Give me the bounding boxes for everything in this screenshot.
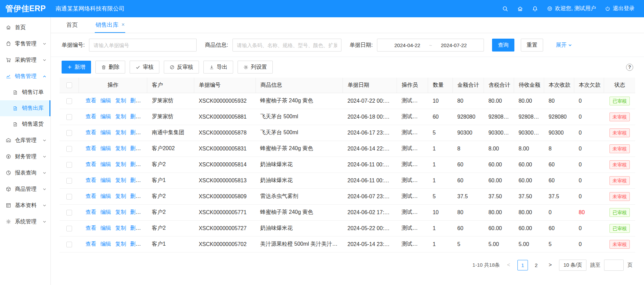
row-action-copy[interactable]: 复制 (115, 241, 126, 247)
column-settings-button[interactable]: 列设置 (238, 61, 273, 74)
chevron-down-icon (43, 187, 46, 191)
row-action-edit[interactable]: 编辑 (101, 177, 111, 183)
product-input[interactable] (232, 39, 341, 52)
row-action-view[interactable]: 查看 (86, 225, 96, 231)
sidebar-item-sales-return[interactable]: 销售退货 (0, 116, 50, 132)
row-checkbox[interactable] (66, 242, 72, 247)
row-action-delete[interactable]: 删除 (130, 193, 141, 199)
page-button-2[interactable]: 2 (531, 260, 541, 270)
cell-operator: 测试用户 (397, 141, 428, 157)
row-action-edit[interactable]: 编辑 (101, 161, 111, 167)
row-action-copy[interactable]: 复制 (115, 145, 126, 151)
expand-link[interactable]: 展开 (556, 42, 572, 49)
sidebar-item-sales-outbound[interactable]: 销售出库 (0, 100, 50, 116)
delete-button[interactable]: 删除 (95, 61, 125, 74)
page-size-select[interactable]: 10 条/页 (559, 260, 586, 271)
sidebar-item-sales[interactable]: 销售管理 (0, 68, 50, 84)
sidebar-item-reports[interactable]: 报表查询 (0, 165, 50, 181)
row-action-edit[interactable]: 编辑 (101, 129, 111, 135)
cell-operator: 测试用户 (397, 109, 428, 125)
row-action-delete[interactable]: 删除 (130, 225, 141, 231)
tab-sales-outbound[interactable]: 销售出库× (95, 17, 125, 33)
row-action-edit[interactable]: 编辑 (101, 241, 111, 247)
row-action-view[interactable]: 查看 (86, 193, 96, 199)
row-action-delete[interactable]: 删除 (130, 241, 141, 247)
cell-owed: 80 (574, 204, 604, 220)
order-no-input[interactable] (89, 39, 197, 52)
column-header: 客户 (147, 78, 194, 93)
logout-button[interactable]: 退出登录 (605, 5, 635, 12)
row-checkbox[interactable] (66, 114, 72, 120)
row-action-view[interactable]: 查看 (86, 114, 96, 119)
row-action-edit[interactable]: 编辑 (101, 193, 111, 199)
export-button[interactable]: 导出 (203, 61, 233, 74)
row-action-delete[interactable]: 删除 (130, 161, 141, 167)
row-checkbox[interactable] (66, 210, 72, 216)
home-icon[interactable] (517, 6, 523, 12)
reset-button[interactable]: 重置 (521, 39, 543, 52)
sidebar-item-warehouse[interactable]: 仓库管理 (0, 132, 50, 148)
date-range-picker[interactable]: 2024-04-22 ~ 2024-07-22 (377, 39, 484, 52)
page-button-1[interactable]: 1 (517, 260, 528, 270)
row-action-delete[interactable]: 删除 (130, 129, 141, 135)
prev-page-button[interactable]: < (504, 260, 514, 270)
sidebar-item-system[interactable]: 系统管理 (0, 213, 50, 230)
row-action-edit[interactable]: 编辑 (101, 114, 111, 119)
unaudit-button[interactable]: 反审核 (164, 61, 199, 74)
row-checkbox[interactable] (66, 162, 72, 168)
row-action-view[interactable]: 查看 (86, 145, 96, 151)
row-action-copy[interactable]: 复制 (115, 114, 126, 119)
row-action-view[interactable]: 查看 (86, 209, 96, 215)
next-page-button[interactable]: > (545, 260, 555, 270)
select-all-checkbox[interactable] (66, 82, 72, 88)
row-action-view[interactable]: 查看 (86, 129, 96, 135)
status-badge: 未审核 (609, 176, 630, 185)
sidebar-item-retail[interactable]: 零售管理 (0, 36, 50, 52)
search-icon[interactable] (502, 6, 508, 12)
row-action-delete[interactable]: 删除 (130, 114, 141, 119)
row-checkbox[interactable] (66, 194, 72, 200)
cell-customer: 客户2002 (147, 141, 194, 157)
audit-button[interactable]: 审核 (130, 61, 159, 74)
user-menu[interactable]: 欢迎您, 测试用户 (547, 5, 596, 12)
row-action-delete[interactable]: 删除 (130, 98, 141, 103)
row-action-copy[interactable]: 复制 (115, 177, 126, 183)
search-button[interactable]: 查询 (492, 39, 514, 52)
chevron-down-icon (43, 139, 46, 142)
row-action-view[interactable]: 查看 (86, 98, 96, 103)
row-checkbox[interactable] (66, 146, 72, 152)
help-icon[interactable]: ? (626, 64, 633, 71)
row-action-copy[interactable]: 复制 (115, 209, 126, 215)
bell-icon[interactable] (532, 6, 538, 12)
row-action-view[interactable]: 查看 (86, 177, 96, 183)
add-button[interactable]: 新增 (62, 61, 91, 74)
row-checkbox[interactable] (66, 178, 72, 184)
row-action-delete[interactable]: 删除 (130, 177, 141, 183)
row-action-edit[interactable]: 编辑 (101, 225, 111, 231)
jump-input[interactable] (604, 260, 624, 271)
row-action-edit[interactable]: 编辑 (101, 145, 111, 151)
row-action-view[interactable]: 查看 (86, 241, 96, 247)
sidebar-item-basic-data[interactable]: 基本资料 (0, 197, 50, 213)
row-action-copy[interactable]: 复制 (115, 225, 126, 231)
sidebar-item-products[interactable]: 商品管理 (0, 181, 50, 197)
tab-close-icon[interactable]: × (121, 22, 125, 27)
row-checkbox[interactable] (66, 130, 72, 136)
row-checkbox[interactable] (66, 226, 72, 231)
sidebar-item-home[interactable]: 首页 (0, 19, 50, 36)
sidebar-item-finance[interactable]: 财务管理 (0, 148, 50, 165)
cell-date: 2024-06-18 00:01:00 (343, 109, 397, 125)
row-action-copy[interactable]: 复制 (115, 193, 126, 199)
tab-home[interactable]: 首页 (66, 17, 79, 33)
sidebar-item-purchase[interactable]: 采购管理 (0, 52, 50, 68)
row-action-copy[interactable]: 复制 (115, 98, 126, 103)
row-action-copy[interactable]: 复制 (115, 161, 126, 167)
row-action-delete[interactable]: 删除 (130, 209, 141, 215)
row-action-edit[interactable]: 编辑 (101, 209, 111, 215)
row-checkbox[interactable] (66, 98, 72, 104)
row-action-delete[interactable]: 删除 (130, 145, 141, 151)
row-action-edit[interactable]: 编辑 (101, 98, 111, 103)
row-action-copy[interactable]: 复制 (115, 129, 126, 135)
sidebar-item-sales-order[interactable]: 销售订单 (0, 84, 50, 100)
row-action-view[interactable]: 查看 (86, 161, 96, 167)
